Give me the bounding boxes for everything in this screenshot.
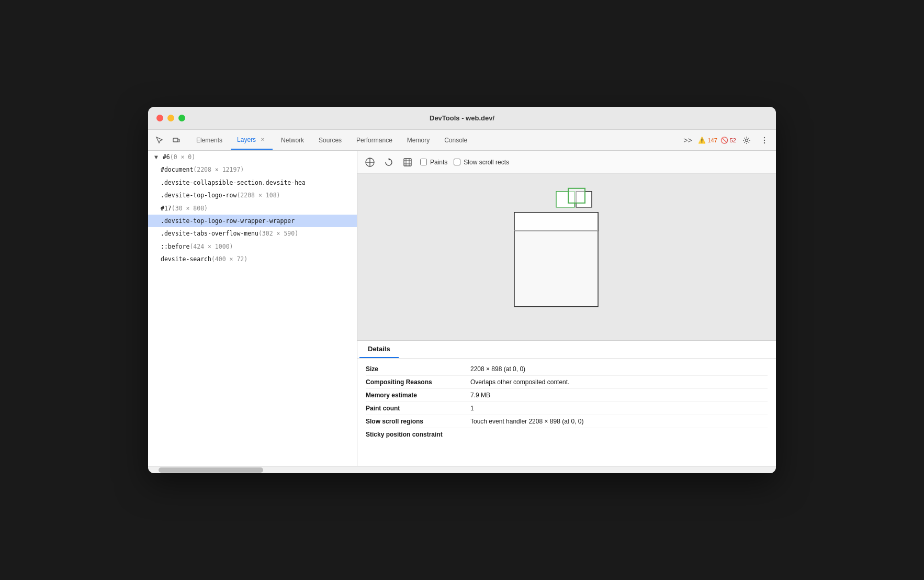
layer-item-before[interactable]: ::before(424 × 1000) — [148, 240, 357, 253]
tab-layers-close[interactable]: ✕ — [259, 136, 266, 143]
layer-visualization — [509, 181, 624, 319]
rotate-tool-button[interactable] — [382, 156, 395, 169]
details-row-sticky: Sticky position constraint — [366, 428, 768, 441]
layer-label: .devsite-collapsible-section.devsite-hea — [161, 179, 306, 186]
svg-rect-1 — [178, 139, 179, 142]
tab-memory-label: Memory — [407, 137, 430, 144]
slow-scroll-checkbox-group[interactable]: Slow scroll rects — [454, 159, 509, 166]
settings-button[interactable] — [739, 133, 754, 148]
layer-item-hash17[interactable]: #17(30 × 808) — [148, 202, 357, 215]
more-options-button[interactable] — [757, 133, 772, 148]
right-panel: Paints Slow scroll rects — [357, 151, 776, 466]
layer-item-top-logo-wrapper[interactable]: .devsite-top-logo-row-wrapper-wrapper — [148, 215, 357, 227]
tab-bar: Elements Layers ✕ Network Sources Perfor… — [148, 130, 776, 151]
tab-memory[interactable]: Memory — [401, 131, 436, 150]
details-value-paint-count: 1 — [470, 405, 474, 412]
reset-view-button[interactable] — [401, 156, 414, 169]
details-label-compositing: Compositing Reasons — [366, 378, 470, 386]
layer-label: #6 — [163, 153, 170, 161]
layer-item-top-logo-row[interactable]: .devsite-top-logo-row(2208 × 108) — [148, 189, 357, 202]
svg-rect-18 — [568, 188, 585, 203]
tab-sources[interactable]: Sources — [312, 131, 348, 150]
titlebar: DevTools - web.dev/ — [148, 107, 776, 130]
select-element-button[interactable] — [152, 133, 167, 148]
layer-label: .devsite-top-logo-row-wrapper-wrapper — [161, 217, 295, 225]
minimize-button[interactable] — [167, 115, 174, 121]
error-icon: 🚫 — [720, 137, 728, 144]
toolbar-right: >> ⚠️ 147 🚫 52 — [680, 133, 772, 148]
details-row-memory: Memory estimate 7.9 MB — [366, 389, 768, 402]
details-value-size: 2208 × 898 (at 0, 0) — [470, 365, 525, 373]
layer-dims: (0 × 0) — [170, 153, 195, 161]
details-row-compositing: Compositing Reasons Overlaps other compo… — [366, 376, 768, 389]
maximize-button[interactable] — [178, 115, 185, 121]
layer-dims: (30 × 808) — [172, 205, 208, 212]
warning-badge: ⚠️ 147 — [698, 137, 717, 144]
layer-dims: (424 × 1000) — [189, 243, 233, 250]
tree-arrow: ▼ — [154, 153, 158, 161]
layer-item-search[interactable]: devsite-search(400 × 72) — [148, 253, 357, 265]
tab-elements-label: Elements — [196, 137, 222, 144]
layer-item-document[interactable]: #document(2208 × 12197) — [148, 163, 357, 176]
error-badge: 🚫 52 — [720, 137, 736, 144]
details-value-slow-scroll: Touch event handler 2208 × 898 (at 0, 0) — [470, 418, 584, 425]
details-row-slow-scroll: Slow scroll regions Touch event handler … — [366, 415, 768, 428]
close-button[interactable] — [156, 115, 163, 121]
layer-label: .devsite-tabs-overflow-menu — [161, 230, 258, 237]
svg-point-4 — [764, 139, 765, 140]
tab-network-label: Network — [281, 137, 304, 144]
device-toggle-button[interactable] — [169, 133, 184, 148]
details-value-compositing: Overlaps other composited content. — [470, 378, 569, 386]
warning-count: 147 — [707, 137, 717, 143]
details-panel: Details Size 2208 × 898 (at 0, 0) Compos… — [357, 340, 776, 466]
pan-tool-button[interactable] — [364, 156, 376, 169]
svg-point-5 — [764, 142, 765, 143]
svg-rect-15 — [514, 213, 598, 231]
details-value-memory: 7.9 MB — [470, 392, 490, 399]
tab-performance[interactable]: Performance — [350, 131, 399, 150]
svg-point-2 — [746, 139, 748, 141]
layer-label: #17 — [161, 205, 172, 212]
details-label-slow-scroll: Slow scroll regions — [366, 418, 470, 425]
devtools-tools — [152, 133, 184, 148]
devtools-window: DevTools - web.dev/ Elements Layers ✕ — [148, 107, 776, 473]
layer-item-collapsible[interactable]: .devsite-collapsible-section.devsite-hea — [148, 176, 357, 189]
more-tabs-button[interactable]: >> — [680, 133, 695, 148]
window-title: DevTools - web.dev/ — [430, 114, 494, 122]
tab-performance-label: Performance — [356, 137, 392, 144]
layer-tree-panel: ▼ #6(0 × 0) #document(2208 × 12197) .dev… — [148, 151, 357, 466]
svg-rect-9 — [404, 159, 411, 166]
tab-elements[interactable]: Elements — [190, 131, 229, 150]
tab-layers-label: Layers — [237, 136, 256, 143]
tab-console-label: Console — [444, 137, 467, 144]
details-label-memory: Memory estimate — [366, 392, 470, 399]
tab-console[interactable]: Console — [438, 131, 474, 150]
tab-layers[interactable]: Layers ✕ — [231, 131, 273, 150]
tab-network[interactable]: Network — [275, 131, 310, 150]
scrollbar-thumb[interactable] — [159, 467, 263, 473]
details-label-size: Size — [366, 365, 470, 373]
svg-rect-0 — [173, 138, 178, 142]
layer-toolbar: Paints Slow scroll rects — [357, 151, 776, 174]
layer-dims: (2208 × 12197) — [193, 166, 244, 173]
svg-point-3 — [764, 137, 765, 138]
details-label-sticky: Sticky position constraint — [366, 431, 470, 438]
layer-dims: (2208 × 108) — [236, 192, 280, 199]
tab-sources-label: Sources — [319, 137, 342, 144]
paints-checkbox-group[interactable]: Paints — [420, 159, 447, 166]
details-title: Details — [359, 341, 399, 358]
paints-label: Paints — [430, 159, 447, 166]
details-label-paint-count: Paint count — [366, 405, 470, 412]
layer-item-tabs-overflow[interactable]: .devsite-tabs-overflow-menu(302 × 590) — [148, 227, 357, 240]
layer-canvas[interactable] — [357, 174, 776, 340]
error-count: 52 — [730, 137, 736, 143]
more-tabs-icon: >> — [683, 136, 692, 144]
slow-scroll-label: Slow scroll rects — [464, 159, 509, 166]
paints-checkbox[interactable] — [420, 159, 427, 165]
warning-icon: ⚠️ — [698, 137, 706, 144]
horizontal-scrollbar[interactable] — [148, 466, 776, 473]
layer-item-root[interactable]: ▼ #6(0 × 0) — [148, 151, 357, 163]
main-content: ▼ #6(0 × 0) #document(2208 × 12197) .dev… — [148, 151, 776, 466]
slow-scroll-checkbox[interactable] — [454, 159, 460, 165]
layer-dims: (400 × 72) — [211, 255, 247, 263]
